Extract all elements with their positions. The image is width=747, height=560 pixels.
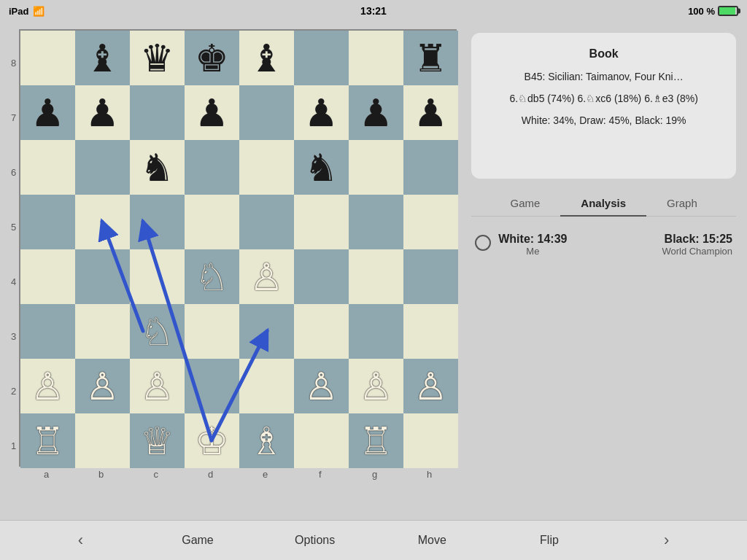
tab-game[interactable]: Game [489, 191, 560, 217]
square-e4[interactable]: ♙ [239, 249, 294, 304]
rank-5: 5 [11, 200, 16, 254]
back-button[interactable]: ‹ [51, 531, 109, 550]
square-c3[interactable]: ♘ [130, 304, 185, 359]
square-c5[interactable] [130, 195, 185, 249]
square-c1[interactable]: ♕ [130, 413, 185, 468]
square-b6[interactable] [75, 140, 130, 195]
square-d5[interactable] [185, 195, 239, 249]
square-c7[interactable] [130, 85, 185, 140]
game-button[interactable]: Game [169, 534, 227, 547]
square-g2[interactable]: ♙ [349, 359, 403, 413]
square-d4[interactable]: ♘ [185, 249, 239, 304]
square-c4[interactable] [130, 249, 185, 304]
piece-h8: ♜ [414, 39, 448, 77]
white-name: Me [498, 246, 567, 257]
square-e6[interactable] [239, 140, 294, 195]
piece-c6: ♞ [140, 149, 174, 187]
square-g6[interactable] [349, 140, 403, 195]
square-b4[interactable] [75, 249, 130, 304]
piece-b8: ♝ [85, 39, 120, 77]
forward-button[interactable]: › [638, 531, 696, 550]
flip-button[interactable]: Flip [520, 534, 578, 547]
square-f8[interactable] [294, 31, 349, 85]
square-f6[interactable]: ♞ [294, 140, 349, 195]
square-b1[interactable] [75, 413, 130, 468]
square-g1[interactable]: ♖ [349, 413, 403, 468]
black-name: World Champion [662, 246, 732, 257]
square-f2[interactable]: ♙ [294, 359, 349, 413]
piece-h2: ♙ [414, 368, 448, 405]
chess-board[interactable]: ♝♛♚♝♜♟♟♟♟♟♟♞♞♘♙♘♙♙♙♙♙♙♖♕♔♗♖ [19, 29, 457, 467]
status-time: 13:21 [360, 5, 387, 17]
square-a7[interactable]: ♟ [20, 85, 75, 140]
square-a3[interactable] [20, 304, 75, 359]
square-h8[interactable]: ♜ [403, 31, 458, 85]
status-left: iPad 📶 [9, 6, 44, 17]
piece-c2: ♙ [140, 368, 174, 405]
move-button[interactable]: Move [403, 534, 461, 547]
square-b3[interactable] [75, 304, 130, 359]
main-content: 8 7 6 5 4 3 2 1 ♝♛♚♝♜♟♟♟♟♟♟♞♞♘♙♘♙♙♙♙♙♙♖♕… [0, 22, 747, 520]
square-c2[interactable]: ♙ [130, 359, 185, 413]
square-f1[interactable] [294, 413, 349, 468]
square-g5[interactable] [349, 195, 403, 249]
square-c6[interactable]: ♞ [130, 140, 185, 195]
square-a5[interactable] [20, 195, 75, 249]
piece-c8: ♛ [140, 39, 174, 77]
square-b5[interactable] [75, 195, 130, 249]
square-a1[interactable]: ♖ [20, 413, 75, 468]
square-g4[interactable] [349, 249, 403, 304]
square-g8[interactable] [349, 31, 403, 85]
square-d8[interactable]: ♚ [185, 31, 239, 85]
rank-7: 7 [11, 90, 16, 145]
square-h7[interactable]: ♟ [403, 85, 458, 140]
square-h6[interactable] [403, 140, 458, 195]
square-e2[interactable] [239, 359, 294, 413]
square-h2[interactable]: ♙ [403, 359, 458, 413]
tab-analysis[interactable]: Analysis [560, 191, 646, 217]
square-a2[interactable]: ♙ [20, 359, 75, 413]
square-d2[interactable] [185, 359, 239, 413]
square-f5[interactable] [294, 195, 349, 249]
tab-graph[interactable]: Graph [646, 191, 718, 217]
square-h4[interactable] [403, 249, 458, 304]
square-e3[interactable] [239, 304, 294, 359]
square-d3[interactable] [185, 304, 239, 359]
square-g7[interactable]: ♟ [349, 85, 403, 140]
square-f7[interactable]: ♟ [294, 85, 349, 140]
file-f: f [293, 469, 347, 480]
square-e7[interactable] [239, 85, 294, 140]
square-d7[interactable]: ♟ [185, 85, 239, 140]
book-title: Book [484, 47, 723, 61]
square-a6[interactable] [20, 140, 75, 195]
square-c8[interactable]: ♛ [130, 31, 185, 85]
square-f3[interactable] [294, 304, 349, 359]
square-e5[interactable] [239, 195, 294, 249]
square-h1[interactable] [403, 413, 458, 468]
square-b8[interactable]: ♝ [75, 31, 130, 85]
square-b7[interactable]: ♟ [75, 85, 130, 140]
square-a8[interactable] [20, 31, 75, 85]
square-g3[interactable] [349, 304, 403, 359]
piece-a7: ♟ [31, 94, 65, 132]
square-a4[interactable] [20, 249, 75, 304]
options-button[interactable]: Options [286, 534, 344, 547]
square-h3[interactable] [403, 304, 458, 359]
player-indicator [475, 235, 491, 251]
square-e8[interactable]: ♝ [239, 31, 294, 85]
file-c: c [128, 469, 183, 480]
book-moves: 6.♘db5 (74%) 6.♘xc6 (18%) 6.♗e3 (8%) [484, 93, 723, 104]
players-grid: White: 14:39 Me Black: 15:25 World Champ… [498, 233, 732, 257]
square-f4[interactable] [294, 249, 349, 304]
square-d1[interactable]: ♔ [185, 413, 239, 468]
square-d6[interactable] [185, 140, 239, 195]
square-h5[interactable] [403, 195, 458, 249]
white-player-block: White: 14:39 Me [498, 233, 567, 257]
board-container: 8 7 6 5 4 3 2 1 ♝♛♚♝♜♟♟♟♟♟♟♞♞♘♙♘♙♙♙♙♙♙♖♕… [11, 29, 457, 513]
piece-e8: ♝ [249, 39, 284, 77]
rank-4: 4 [11, 254, 16, 309]
square-e1[interactable]: ♗ [239, 413, 294, 468]
square-b2[interactable]: ♙ [75, 359, 130, 413]
piece-b7: ♟ [85, 94, 120, 132]
rank-3: 3 [11, 309, 16, 364]
